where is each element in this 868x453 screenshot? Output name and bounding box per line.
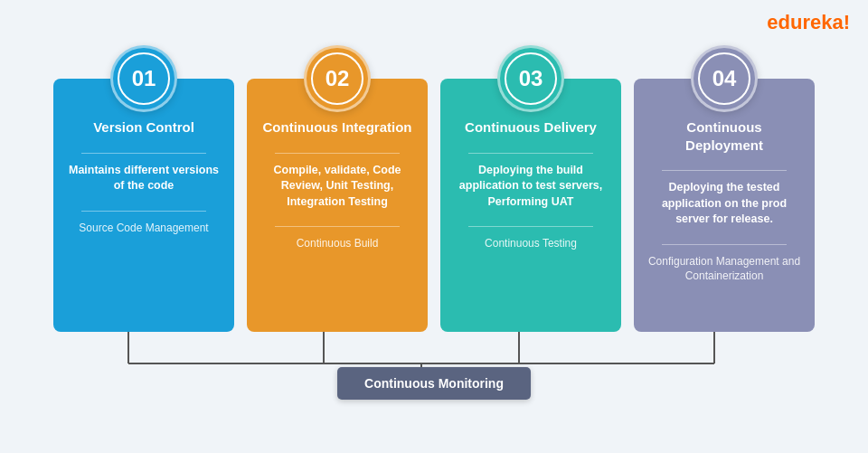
card-description-2: Compile, validate, Code Review, Unit Tes… — [259, 163, 415, 211]
card-wrapper-1: 01 Version Control Maintains different v… — [53, 45, 234, 332]
main-container: 01 Version Control Maintains different v… — [18, 18, 850, 444]
card-description-1: Maintains different versions of the code — [66, 163, 222, 194]
card-divider2-4 — [662, 244, 787, 245]
card-divider-3 — [468, 153, 593, 154]
bottom-section: Continuous Monitoring — [41, 332, 827, 404]
circle-number-2: 02 — [311, 52, 363, 105]
card-subtitle-1: Source Code Management — [79, 221, 208, 236]
card-body-4: Continuous Deployment Deploying the test… — [634, 79, 815, 332]
card-title-2: Continuous Integration — [263, 118, 412, 137]
card-title-4: Continuous Deployment — [646, 118, 802, 154]
circle-number-1: 01 — [118, 52, 170, 105]
card-divider-1 — [81, 153, 206, 154]
continuous-monitoring-box: Continuous Monitoring — [337, 367, 531, 400]
circle-badge-3: 03 — [497, 45, 564, 112]
circle-badge-2: 02 — [304, 45, 371, 112]
circle-badge-1: 01 — [110, 45, 177, 112]
card-subtitle-2: Continuous Build — [297, 236, 379, 251]
card-subtitle-3: Continuous Testing — [485, 236, 577, 251]
card-wrapper-3: 03 Continuous Delivery Deploying the bui… — [440, 45, 621, 332]
card-title-1: Version Control — [93, 118, 194, 137]
card-body-3: Continuous Delivery Deploying the build … — [440, 79, 621, 332]
card-body-2: Continuous Integration Compile, validate… — [247, 79, 428, 332]
card-description-4: Deploying the tested application on the … — [646, 180, 802, 228]
cards-row: 01 Version Control Maintains different v… — [18, 18, 850, 332]
card-subtitle-4: Configuration Management and Containeriz… — [646, 254, 802, 285]
card-divider2-1 — [81, 211, 206, 212]
card-wrapper-4: 04 Continuous Deployment Deploying the t… — [634, 45, 815, 332]
card-description-3: Deploying the build application to test … — [453, 163, 609, 211]
circle-number-4: 04 — [698, 52, 750, 105]
card-divider2-3 — [468, 226, 593, 227]
circle-badge-4: 04 — [691, 45, 758, 112]
card-body-1: Version Control Maintains different vers… — [53, 79, 234, 332]
card-divider-4 — [662, 170, 787, 171]
card-divider2-2 — [275, 226, 400, 227]
card-divider-2 — [275, 153, 400, 154]
card-title-3: Continuous Delivery — [465, 118, 597, 137]
card-wrapper-2: 02 Continuous Integration Compile, valid… — [247, 45, 428, 332]
circle-number-3: 03 — [505, 52, 557, 105]
